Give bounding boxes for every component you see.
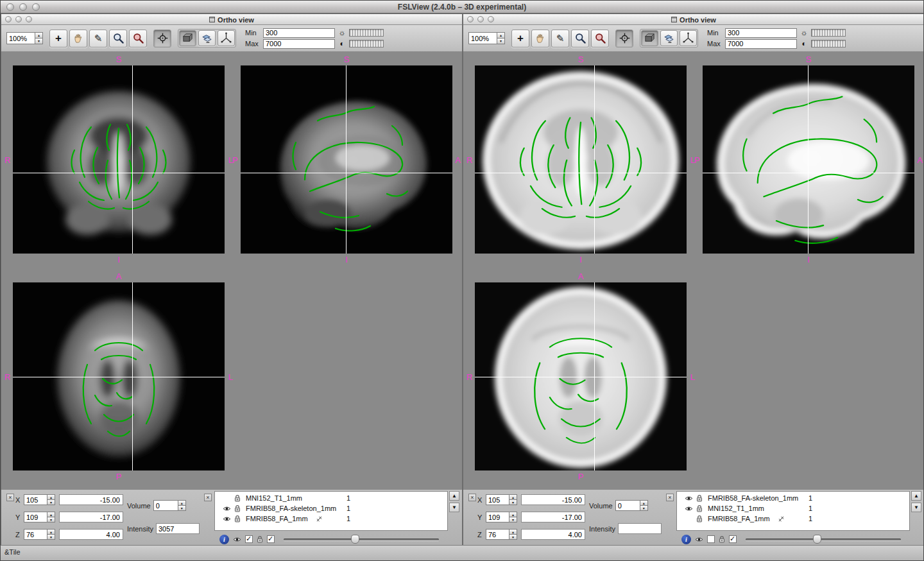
- zoom-level-input[interactable]: [6, 32, 35, 44]
- volume-spin-up-button[interactable]: ▴: [178, 500, 186, 506]
- coronal-image[interactable]: [13, 65, 225, 254]
- x-spin-up-button[interactable]: ▴: [47, 494, 55, 500]
- opacity-slider[interactable]: [284, 534, 439, 544]
- y-spin-up-button[interactable]: ▴: [47, 512, 55, 517]
- visibility-checkbox[interactable]: [707, 535, 715, 543]
- volume-spin-up-button[interactable]: ▴: [640, 500, 648, 506]
- z-mm-field[interactable]: [521, 529, 585, 540]
- opacity-slider-track[interactable]: [746, 539, 901, 540]
- crosshair-horizontal[interactable]: [475, 377, 687, 377]
- crosshair-horizontal[interactable]: [13, 377, 225, 377]
- brightness-meter[interactable]: [811, 29, 846, 37]
- lock-icon[interactable]: [696, 494, 705, 502]
- crosshair-vertical[interactable]: [594, 65, 595, 254]
- pane-titlebar[interactable]: Ortho view: [463, 14, 924, 25]
- axial-image[interactable]: [475, 282, 687, 470]
- z-spinbox[interactable]: ▴▾: [24, 529, 55, 540]
- opacity-slider-handle[interactable]: [351, 535, 359, 544]
- x-spin-up-button[interactable]: ▴: [509, 494, 517, 500]
- pane-titlebar[interactable]: Ortho view: [1, 14, 462, 25]
- zoom-spin-down-button[interactable]: ▾: [497, 39, 505, 44]
- y-input[interactable]: [486, 512, 509, 522]
- pan-tool-button[interactable]: [531, 30, 549, 47]
- x-spin-down-button[interactable]: ▾: [47, 500, 55, 505]
- coords-close-button[interactable]: ×: [6, 494, 14, 501]
- y-mm-field[interactable]: [521, 512, 585, 522]
- layer-row[interactable]: FMRIB58_FA-skeleton_1mm 1: [215, 503, 447, 514]
- draw-tool-button[interactable]: ✎: [551, 30, 569, 47]
- coronal-image[interactable]: [475, 65, 687, 254]
- lightbox-mode-button[interactable]: [198, 30, 216, 46]
- ortho-mode-button[interactable]: [179, 30, 196, 46]
- ortho-mode-button[interactable]: [641, 30, 658, 46]
- z-input[interactable]: [486, 529, 509, 540]
- zoom-in-button[interactable]: [571, 30, 589, 47]
- layer-scroll-up-button[interactable]: ▲: [449, 491, 459, 501]
- volume-spinbox[interactable]: ▴▾: [615, 500, 648, 511]
- y-spinbox[interactable]: ▴▾: [24, 512, 55, 522]
- layer-row[interactable]: FMRIB58_FA_1mm 1: [677, 514, 909, 524]
- brightness-meter[interactable]: [349, 29, 384, 37]
- lightbox-mode-button[interactable]: [660, 30, 678, 46]
- opacity-slider[interactable]: [746, 534, 901, 544]
- lock-icon[interactable]: [696, 505, 705, 512]
- axial-image[interactable]: [13, 282, 225, 470]
- crosshair-horizontal[interactable]: [703, 173, 914, 173]
- y-spin-up-button[interactable]: ▴: [509, 512, 517, 517]
- intensity-field[interactable]: [618, 523, 662, 534]
- z-spin-down-button[interactable]: ▾: [47, 535, 55, 540]
- zoom-level-input[interactable]: [468, 32, 497, 44]
- cursor-tool-button[interactable]: +: [511, 30, 529, 47]
- mode-3d-button[interactable]: [218, 30, 235, 46]
- volume-input[interactable]: [153, 500, 178, 511]
- coords-close-button[interactable]: ×: [468, 494, 476, 501]
- zoom-spinbox[interactable]: ▴ ▾: [468, 32, 505, 44]
- layer-row[interactable]: FMRIB58_FA_1mm 1: [215, 514, 447, 524]
- min-input[interactable]: [263, 28, 335, 38]
- zoom-spin-up-button[interactable]: ▴: [497, 32, 505, 39]
- crosshair-vertical[interactable]: [132, 65, 133, 254]
- info-button[interactable]: i: [681, 535, 691, 544]
- max-input[interactable]: [263, 39, 335, 49]
- visibility-eye-icon[interactable]: [233, 537, 241, 542]
- main-titlebar[interactable]: FSLView (2.4.0b – 3D experimental): [1, 1, 923, 13]
- eye-icon[interactable]: [223, 506, 232, 512]
- lock-icon[interactable]: [234, 515, 243, 522]
- pan-tool-button[interactable]: [69, 30, 87, 47]
- z-spinbox[interactable]: ▴▾: [486, 529, 517, 540]
- x-mm-field[interactable]: [59, 494, 123, 505]
- lock-icon[interactable]: [696, 515, 705, 522]
- y-mm-field[interactable]: [59, 512, 123, 522]
- opacity-slider-handle[interactable]: [813, 535, 821, 544]
- y-spin-down-button[interactable]: ▾: [509, 517, 517, 522]
- lock-icon[interactable]: [234, 494, 243, 502]
- z-spin-up-button[interactable]: ▴: [509, 529, 517, 535]
- x-mm-field[interactable]: [521, 494, 585, 505]
- lock-icon[interactable]: [234, 505, 243, 512]
- x-input[interactable]: [24, 494, 47, 505]
- visibility-checkbox[interactable]: [245, 535, 253, 543]
- crosshair-vertical[interactable]: [808, 65, 809, 254]
- y-spin-down-button[interactable]: ▾: [47, 517, 55, 522]
- sagittal-image[interactable]: [241, 65, 452, 254]
- crosshair-horizontal[interactable]: [13, 173, 225, 173]
- crosshair-tool-button[interactable]: [153, 30, 171, 47]
- lock-toggle-icon[interactable]: [257, 535, 263, 543]
- volume-spin-down-button[interactable]: ▾: [178, 506, 186, 511]
- volume-spin-down-button[interactable]: ▾: [640, 506, 648, 511]
- zoom-reset-button[interactable]: [129, 30, 147, 47]
- eye-icon[interactable]: [223, 516, 232, 522]
- opacity-slider-track[interactable]: [284, 539, 439, 540]
- layer-list[interactable]: MNI152_T1_1mm 1 FMRIB58_FA-skeleton_1mm …: [214, 491, 448, 531]
- layers-close-button[interactable]: ×: [204, 494, 212, 501]
- crosshair-vertical[interactable]: [346, 65, 346, 254]
- z-input[interactable]: [24, 529, 47, 540]
- zoom-spin-down-button[interactable]: ▾: [35, 39, 43, 44]
- layers-close-button[interactable]: ×: [666, 494, 674, 501]
- layer-scroll-up-button[interactable]: ▲: [911, 491, 921, 501]
- volume-spinbox[interactable]: ▴▾: [153, 500, 186, 511]
- min-input[interactable]: [725, 28, 797, 38]
- mode-3d-button[interactable]: [680, 30, 697, 46]
- z-mm-field[interactable]: [59, 529, 123, 540]
- crosshair-horizontal[interactable]: [241, 173, 452, 173]
